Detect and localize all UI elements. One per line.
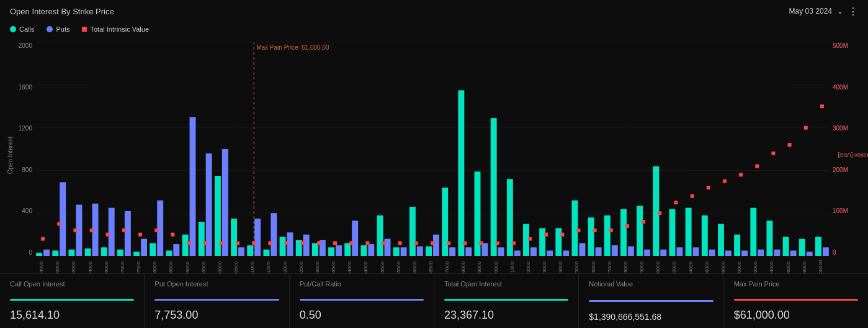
y-right-label-intrinsic: Intrinsic Value at Expiration [USD] <box>838 152 868 158</box>
legend-intrinsic: Total Intrinsic Value <box>82 25 149 33</box>
header-date: May 03 2024 <box>789 7 832 16</box>
call-oi-bar <box>10 299 134 301</box>
y-axis-left: Open Interest 2000 1600 1200 800 400 0 <box>10 37 35 273</box>
stat-put-oi: Put Open Interest 7,753.00 <box>145 274 289 328</box>
stat-maxpain: Max Pain Price $61,000.00 <box>724 274 868 328</box>
total-oi-value: 23,367.10 <box>444 309 568 322</box>
notional-bar <box>589 300 713 302</box>
header-right: May 03 2024 ⌄ ⋮ <box>789 6 858 17</box>
more-options-icon[interactable]: ⋮ <box>848 6 858 17</box>
maxpain-bar <box>734 299 858 301</box>
chevron-down-icon[interactable]: ⌄ <box>837 7 843 16</box>
legend-puts: Puts <box>47 25 69 33</box>
chart-legend: Calls Puts Total Intrinsic Value <box>0 22 868 37</box>
ratio-value: 0.50 <box>300 309 424 322</box>
stat-call-oi: Call Open Interest 15,614.10 <box>0 274 145 328</box>
total-oi-label: Total Open Interest <box>444 280 568 288</box>
notional-value: $1,390,666,551.68 <box>589 312 713 322</box>
notional-label: Notional Value <box>589 280 713 288</box>
legend-calls: Calls <box>10 25 34 33</box>
call-oi-value: 15,614.10 <box>10 309 134 322</box>
put-oi-value: 7,753.00 <box>154 309 279 322</box>
chart-title: Open Interest By Strike Price <box>10 7 114 16</box>
intrinsic-icon <box>82 27 87 32</box>
ratio-bar <box>300 299 424 301</box>
y-axis-right: 500M 400M 300M 200M 100M 0 Intrinsic Val… <box>830 37 858 273</box>
stat-total-oi: Total Open Interest 23,367.10 <box>434 274 579 328</box>
total-oi-bar <box>444 299 568 301</box>
chart-header: Open Interest By Strike Price May 03 202… <box>0 0 868 22</box>
stat-notional: Notional Value $1,390,666,551.68 <box>579 274 723 328</box>
put-oi-bar <box>154 299 279 301</box>
put-oi-label: Put Open Interest <box>154 280 279 288</box>
chart-canvas-area <box>35 37 830 273</box>
stats-bar: Call Open Interest 15,614.10 Put Open In… <box>0 273 868 328</box>
call-oi-label: Call Open Interest <box>10 280 134 288</box>
maxpain-value: $61,000.00 <box>734 309 858 322</box>
bar-chart <box>35 37 830 273</box>
calls-dot-icon <box>10 26 16 32</box>
y-left-label-open-interest: Open Interest <box>7 137 14 175</box>
stat-put-call-ratio: Put/Call Ratio 0.50 <box>290 274 434 328</box>
puts-dot-icon <box>47 26 53 32</box>
chart-area: Open Interest 2000 1600 1200 800 400 0 5… <box>0 37 868 273</box>
ratio-label: Put/Call Ratio <box>300 280 424 288</box>
maxpain-label: Max Pain Price <box>734 280 858 288</box>
main-container: Open Interest By Strike Price May 03 202… <box>0 0 868 328</box>
